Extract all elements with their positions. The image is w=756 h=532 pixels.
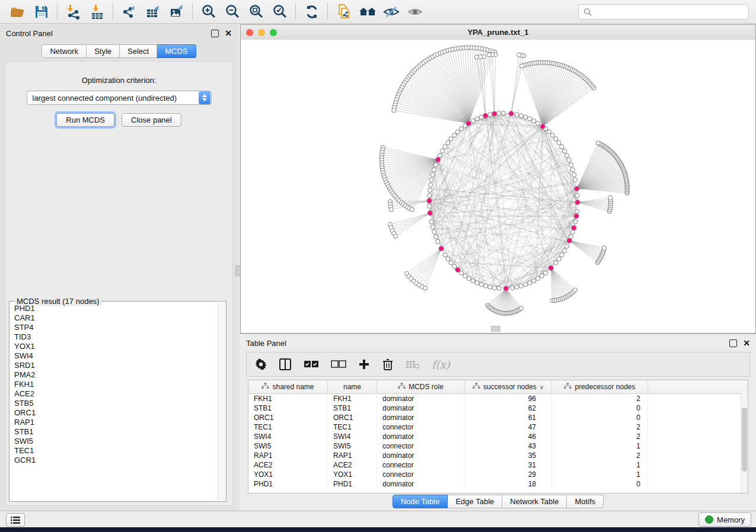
table-row[interactable]: SWI5SWI5connector431 <box>248 441 748 451</box>
zoom-in-button[interactable] <box>197 2 221 22</box>
table-row[interactable]: FKH1FKH1dominator962 <box>248 394 748 403</box>
mcds-result-item[interactable]: SWI4 <box>11 351 218 361</box>
list-icon <box>10 516 21 524</box>
refresh-button[interactable] <box>300 2 324 22</box>
close-panel-icon[interactable]: ✕ <box>225 30 232 37</box>
table-cell: SWI4 <box>328 432 377 441</box>
settings-gear-icon[interactable] <box>255 358 267 370</box>
tab-style[interactable]: Style <box>87 44 120 58</box>
mcds-result-item[interactable]: RAP1 <box>11 418 218 427</box>
column-header-shared-name[interactable]: shared name <box>248 380 328 393</box>
show-all-button[interactable] <box>403 2 427 22</box>
table-panel: Table Panel ✕ f(x) shared namenameMCDS r… <box>240 334 756 511</box>
memory-label: Memory <box>717 515 745 524</box>
memory-button[interactable]: Memory <box>698 512 751 527</box>
network-window-titlebar[interactable]: YPA_prune.txt_1 <box>241 25 755 40</box>
tab-network-table[interactable]: Network Table <box>502 495 567 508</box>
mcds-result-item[interactable]: STB5 <box>11 399 218 408</box>
import-network-button[interactable] <box>62 2 85 22</box>
hide-selected-button[interactable] <box>379 2 403 22</box>
mcds-result-item[interactable]: CAR1 <box>11 313 218 323</box>
table-scrollbar-thumb[interactable] <box>742 408 747 472</box>
table-row[interactable]: STB1STB1dominator620 <box>248 403 748 413</box>
table-cell: ACE2 <box>328 460 377 470</box>
zoom-fit-button[interactable] <box>244 2 268 22</box>
column-layout-icon[interactable] <box>279 358 292 371</box>
show-panels-button[interactable] <box>6 513 25 527</box>
horizontal-splitter-grip[interactable] <box>491 326 500 332</box>
table-row[interactable]: RAP1RAP1dominator352 <box>248 451 748 460</box>
export-network-button[interactable] <box>117 2 141 22</box>
select-all-columns-icon[interactable] <box>304 360 319 369</box>
node-table: shared namenameMCDS rolesuccessor nodes∨… <box>248 380 748 493</box>
tab-mcds[interactable]: MCDS <box>157 44 196 58</box>
table-scrollbar[interactable] <box>741 393 748 493</box>
result-list-scrollbar[interactable] <box>218 303 225 500</box>
table-row[interactable]: YOX1YOX1connector291 <box>248 470 748 479</box>
mcds-result-item[interactable]: SWI5 <box>11 437 218 446</box>
table-cell: 31 <box>465 460 552 470</box>
mcds-result-item[interactable]: TID3 <box>11 332 218 342</box>
tab-network[interactable]: Network <box>42 44 87 58</box>
tab-edge-table[interactable]: Edge Table <box>448 495 502 508</box>
mcds-result-item[interactable]: FKH1 <box>11 380 218 389</box>
table-row[interactable]: SWI4SWI4dominator462 <box>248 432 748 441</box>
table-body: FKH1FKH1dominator962STB1STB1dominator620… <box>248 394 748 489</box>
table-row[interactable]: ORC1ORC1dominator610 <box>248 413 748 422</box>
mcds-result-item[interactable]: PMA2 <box>11 370 218 380</box>
run-mcds-button[interactable]: Run MCDS <box>56 113 114 127</box>
export-image-button[interactable] <box>165 2 189 22</box>
table-row[interactable]: TEC1TEC1connector472 <box>248 422 748 432</box>
tab-node-table[interactable]: Node Table <box>393 495 448 508</box>
column-header-name[interactable]: name <box>328 380 377 393</box>
add-column-icon[interactable] <box>358 358 370 370</box>
table-row[interactable]: PHD1PHD1dominator180 <box>248 479 748 489</box>
criterion-dropdown[interactable]: largest connected component (undirected) <box>27 91 212 105</box>
main-toolbar <box>0 0 756 24</box>
memory-status-icon <box>705 515 713 524</box>
column-header-predecessor-nodes[interactable]: predecessor nodes <box>552 380 648 393</box>
deselect-all-columns-icon[interactable] <box>331 360 346 369</box>
float-panel-icon[interactable] <box>729 339 737 347</box>
mcds-result-item[interactable]: STP4 <box>11 323 218 332</box>
export-table-button[interactable] <box>141 2 165 22</box>
mcds-result-item[interactable]: ACE2 <box>11 389 218 399</box>
tab-motifs[interactable]: Motifs <box>567 495 604 508</box>
network-window-title: YPA_prune.txt_1 <box>241 28 755 37</box>
search-field[interactable] <box>578 4 749 20</box>
column-header-successor-nodes[interactable]: successor nodes∨ <box>465 380 552 393</box>
table-cell: 47 <box>465 422 552 432</box>
mcds-result-item[interactable]: GCR1 <box>11 456 218 465</box>
table-cell: 29 <box>465 470 552 479</box>
duplicate-network-button[interactable] <box>332 2 356 22</box>
save-session-button[interactable] <box>30 2 53 22</box>
network-canvas[interactable] <box>241 40 755 333</box>
mcds-result-item[interactable]: TEC1 <box>11 446 218 456</box>
search-input[interactable] <box>592 7 748 17</box>
table-cell: FKH1 <box>328 394 377 403</box>
table-cell: connector <box>377 470 465 479</box>
mcds-result-list[interactable]: PHD1CAR1STP4TID3YOX1SWI4SRD1PMA2FKH1ACE2… <box>11 304 218 500</box>
float-panel-icon[interactable] <box>211 30 219 37</box>
mcds-result-item[interactable]: SRD1 <box>11 361 218 370</box>
delete-column-icon[interactable] <box>382 358 394 371</box>
zoom-out-button[interactable] <box>221 2 244 22</box>
application-window: Control Panel ✕ NetworkStyleSelectMCDS O… <box>0 0 756 527</box>
zoom-selected-button[interactable] <box>268 2 292 22</box>
toolbar-separator <box>57 4 58 20</box>
mcds-result-item[interactable]: YOX1 <box>11 342 218 351</box>
close-panel-button[interactable]: Close panel <box>122 113 181 127</box>
save-icon <box>34 4 49 20</box>
table-cell: 62 <box>465 403 552 413</box>
open-file-button[interactable] <box>6 2 30 22</box>
mcds-result-item[interactable]: STB1 <box>11 427 218 437</box>
toolbar-separator <box>113 4 114 20</box>
mcds-result-item[interactable]: ORC1 <box>11 408 218 418</box>
tab-select[interactable]: Select <box>120 44 157 58</box>
close-panel-icon[interactable]: ✕ <box>743 340 750 347</box>
import-table-button[interactable] <box>85 2 109 22</box>
column-header-MCDS-role[interactable]: MCDS role <box>377 380 465 393</box>
first-neighbors-button[interactable] <box>356 2 379 22</box>
table-row[interactable]: ACE2ACE2connector311 <box>248 460 748 470</box>
mcds-result-item[interactable]: PHD1 <box>11 304 218 313</box>
